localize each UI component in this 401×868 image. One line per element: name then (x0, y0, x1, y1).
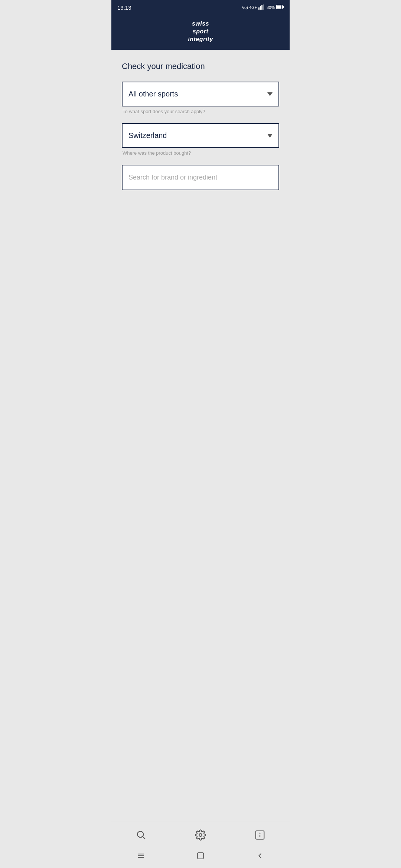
svg-rect-0 (258, 7, 260, 10)
nav-info-button[interactable] (247, 828, 273, 842)
svg-rect-1 (260, 6, 261, 10)
app-header: swiss sport integrity (111, 15, 290, 50)
search-field-group (122, 165, 279, 190)
svg-point-13 (199, 834, 202, 836)
app-logo: swiss sport integrity (188, 20, 213, 43)
android-home-button[interactable] (188, 849, 213, 862)
svg-rect-2 (261, 5, 263, 10)
battery-icon (276, 5, 284, 10)
nav-settings-button[interactable] (188, 828, 213, 842)
search-icon (136, 829, 147, 841)
bottom-nav (111, 822, 290, 846)
svg-rect-5 (277, 6, 281, 9)
svg-rect-3 (263, 4, 264, 10)
sport-field-group: All other sports To what sport does your… (122, 82, 279, 114)
status-icons: Vo) 4G+ 80% (242, 4, 284, 10)
home-circle-icon (196, 852, 205, 860)
country-field-group: Switzerland Where was the product bought… (122, 123, 279, 156)
svg-rect-20 (198, 853, 204, 859)
country-field-hint: Where was the product bought? (122, 150, 279, 156)
android-nav (111, 846, 290, 868)
sport-dropdown-arrow[interactable] (261, 84, 278, 105)
svg-line-12 (143, 836, 145, 839)
network-indicator: Vo) 4G+ (242, 5, 257, 10)
country-dropdown[interactable]: Switzerland (122, 123, 279, 148)
search-input[interactable] (123, 165, 278, 190)
nav-search-button[interactable] (128, 828, 154, 842)
sport-field-hint: To what sport does your search apply? (122, 109, 279, 114)
svg-marker-9 (267, 92, 273, 96)
page-title: Check your medication (122, 62, 279, 71)
android-back-button[interactable] (247, 849, 273, 862)
main-content: Check your medication All other sports T… (111, 50, 290, 822)
back-icon (256, 852, 264, 860)
gear-icon (195, 829, 206, 841)
android-menu-button[interactable] (128, 849, 154, 862)
svg-marker-10 (267, 134, 273, 138)
sport-dropdown[interactable]: All other sports (122, 82, 279, 106)
country-dropdown-arrow[interactable] (261, 125, 278, 146)
status-time: 13:13 (117, 4, 131, 11)
info-icon (254, 829, 265, 841)
svg-point-11 (137, 831, 143, 837)
sport-selected-value[interactable]: All other sports (123, 82, 261, 106)
country-selected-value[interactable]: Switzerland (123, 124, 261, 147)
search-input-wrapper (122, 165, 279, 190)
signal-bars (258, 4, 265, 10)
battery-percent: 80% (267, 5, 275, 10)
status-bar: 13:13 Vo) 4G+ 80% (111, 0, 290, 15)
menu-icon (137, 852, 145, 860)
